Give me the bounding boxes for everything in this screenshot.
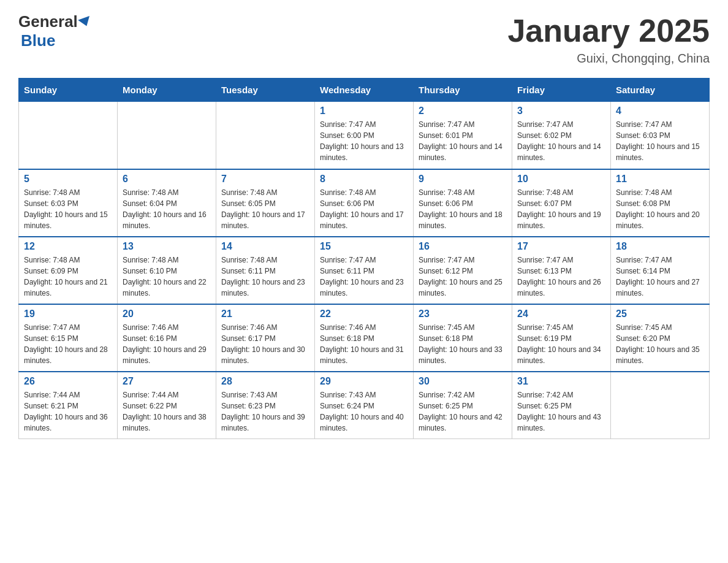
day-info: Sunrise: 7:47 AMSunset: 6:13 PMDaylight:… — [517, 255, 605, 299]
day-info: Sunrise: 7:48 AMSunset: 6:06 PMDaylight:… — [320, 187, 408, 231]
day-cell: 15Sunrise: 7:47 AMSunset: 6:11 PMDayligh… — [315, 237, 414, 304]
day-cell: 28Sunrise: 7:43 AMSunset: 6:23 PMDayligh… — [216, 372, 315, 439]
header-cell-tuesday: Tuesday — [216, 79, 315, 102]
day-cell: 17Sunrise: 7:47 AMSunset: 6:13 PMDayligh… — [512, 237, 611, 304]
day-cell: 18Sunrise: 7:47 AMSunset: 6:14 PMDayligh… — [611, 237, 710, 304]
day-info: Sunrise: 7:47 AMSunset: 6:15 PMDaylight:… — [24, 322, 112, 366]
day-number: 15 — [320, 241, 408, 252]
header-cell-wednesday: Wednesday — [315, 79, 414, 102]
day-info: Sunrise: 7:44 AMSunset: 6:21 PMDaylight:… — [24, 389, 112, 434]
day-info: Sunrise: 7:47 AMSunset: 6:11 PMDaylight:… — [320, 255, 408, 299]
day-cell: 24Sunrise: 7:45 AMSunset: 6:19 PMDayligh… — [512, 304, 611, 372]
day-info: Sunrise: 7:48 AMSunset: 6:09 PMDaylight:… — [24, 255, 112, 299]
day-cell: 6Sunrise: 7:48 AMSunset: 6:04 PMDaylight… — [118, 169, 216, 237]
day-number: 16 — [419, 241, 507, 252]
day-cell — [611, 372, 710, 439]
day-number: 31 — [517, 376, 605, 387]
header-row: SundayMondayTuesdayWednesdayThursdayFrid… — [19, 79, 710, 102]
day-number: 21 — [221, 308, 309, 320]
day-info: Sunrise: 7:48 AMSunset: 6:07 PMDaylight:… — [517, 187, 605, 231]
calendar-table: SundayMondayTuesdayWednesdayThursdayFrid… — [18, 78, 710, 439]
day-number: 28 — [221, 376, 309, 387]
day-cell: 19Sunrise: 7:47 AMSunset: 6:15 PMDayligh… — [19, 304, 118, 372]
day-info: Sunrise: 7:43 AMSunset: 6:24 PMDaylight:… — [320, 389, 408, 434]
day-info: Sunrise: 7:47 AMSunset: 6:03 PMDaylight:… — [616, 119, 704, 163]
day-info: Sunrise: 7:44 AMSunset: 6:22 PMDaylight:… — [123, 389, 211, 434]
day-info: Sunrise: 7:48 AMSunset: 6:10 PMDaylight:… — [123, 255, 211, 299]
day-info: Sunrise: 7:48 AMSunset: 6:05 PMDaylight:… — [221, 187, 309, 231]
logo: General Blue — [18, 12, 91, 50]
day-cell: 22Sunrise: 7:46 AMSunset: 6:18 PMDayligh… — [315, 304, 414, 372]
day-info: Sunrise: 7:42 AMSunset: 6:25 PMDaylight:… — [517, 389, 605, 434]
logo-general-text: General — [18, 12, 78, 31]
header-cell-saturday: Saturday — [611, 79, 710, 102]
day-info: Sunrise: 7:47 AMSunset: 6:14 PMDaylight:… — [616, 255, 704, 299]
week-row-5: 26Sunrise: 7:44 AMSunset: 6:21 PMDayligh… — [19, 372, 710, 439]
day-info: Sunrise: 7:45 AMSunset: 6:20 PMDaylight:… — [616, 322, 704, 366]
logo-blue-word: Blue — [21, 31, 55, 50]
header-cell-thursday: Thursday — [414, 79, 512, 102]
day-number: 29 — [320, 376, 408, 387]
day-info: Sunrise: 7:48 AMSunset: 6:04 PMDaylight:… — [123, 187, 211, 231]
header-cell-monday: Monday — [118, 79, 216, 102]
day-info: Sunrise: 7:48 AMSunset: 6:11 PMDaylight:… — [221, 255, 309, 299]
day-cell: 7Sunrise: 7:48 AMSunset: 6:05 PMDaylight… — [216, 169, 315, 237]
day-cell: 12Sunrise: 7:48 AMSunset: 6:09 PMDayligh… — [19, 237, 118, 304]
day-cell: 9Sunrise: 7:48 AMSunset: 6:06 PMDaylight… — [414, 169, 512, 237]
day-cell — [216, 102, 315, 169]
day-number: 26 — [24, 376, 112, 387]
day-cell: 27Sunrise: 7:44 AMSunset: 6:22 PMDayligh… — [118, 372, 216, 439]
day-number: 20 — [123, 308, 211, 320]
day-cell: 3Sunrise: 7:47 AMSunset: 6:02 PMDaylight… — [512, 102, 611, 169]
day-number: 6 — [123, 174, 211, 185]
day-cell: 2Sunrise: 7:47 AMSunset: 6:01 PMDaylight… — [414, 102, 512, 169]
day-info: Sunrise: 7:47 AMSunset: 6:00 PMDaylight:… — [320, 119, 408, 163]
day-number: 1 — [320, 105, 408, 117]
day-cell: 8Sunrise: 7:48 AMSunset: 6:06 PMDaylight… — [315, 169, 414, 237]
week-row-2: 5Sunrise: 7:48 AMSunset: 6:03 PMDaylight… — [19, 169, 710, 237]
day-number: 25 — [616, 308, 704, 320]
day-info: Sunrise: 7:45 AMSunset: 6:19 PMDaylight:… — [517, 322, 605, 366]
day-number: 24 — [517, 308, 605, 320]
day-cell — [19, 102, 118, 169]
logo-triangle-icon — [78, 16, 93, 28]
day-cell: 20Sunrise: 7:46 AMSunset: 6:16 PMDayligh… — [118, 304, 216, 372]
day-info: Sunrise: 7:47 AMSunset: 6:02 PMDaylight:… — [517, 119, 605, 163]
day-number: 19 — [24, 308, 112, 320]
day-number: 17 — [517, 241, 605, 252]
title-area: January 2025 Guixi, Chongqing, China — [507, 12, 710, 66]
day-number: 9 — [419, 174, 507, 185]
day-number: 2 — [419, 105, 507, 117]
day-number: 7 — [221, 174, 309, 185]
day-cell: 14Sunrise: 7:48 AMSunset: 6:11 PMDayligh… — [216, 237, 315, 304]
day-cell: 11Sunrise: 7:48 AMSunset: 6:08 PMDayligh… — [611, 169, 710, 237]
day-info: Sunrise: 7:42 AMSunset: 6:25 PMDaylight:… — [419, 389, 507, 434]
day-number: 4 — [616, 105, 704, 117]
day-cell: 5Sunrise: 7:48 AMSunset: 6:03 PMDaylight… — [19, 169, 118, 237]
week-row-3: 12Sunrise: 7:48 AMSunset: 6:09 PMDayligh… — [19, 237, 710, 304]
day-number: 30 — [419, 376, 507, 387]
day-cell: 31Sunrise: 7:42 AMSunset: 6:25 PMDayligh… — [512, 372, 611, 439]
page-header: General Blue January 2025 Guixi, Chongqi… — [18, 12, 710, 66]
header-cell-friday: Friday — [512, 79, 611, 102]
header-cell-sunday: Sunday — [19, 79, 118, 102]
day-cell — [118, 102, 216, 169]
week-row-4: 19Sunrise: 7:47 AMSunset: 6:15 PMDayligh… — [19, 304, 710, 372]
day-number: 14 — [221, 241, 309, 252]
day-info: Sunrise: 7:47 AMSunset: 6:12 PMDaylight:… — [419, 255, 507, 299]
day-cell: 29Sunrise: 7:43 AMSunset: 6:24 PMDayligh… — [315, 372, 414, 439]
day-number: 5 — [24, 174, 112, 185]
day-number: 27 — [123, 376, 211, 387]
location: Guixi, Chongqing, China — [507, 52, 710, 66]
day-cell: 13Sunrise: 7:48 AMSunset: 6:10 PMDayligh… — [118, 237, 216, 304]
day-number: 3 — [517, 105, 605, 117]
day-cell: 26Sunrise: 7:44 AMSunset: 6:21 PMDayligh… — [19, 372, 118, 439]
day-info: Sunrise: 7:47 AMSunset: 6:01 PMDaylight:… — [419, 119, 507, 163]
week-row-1: 1Sunrise: 7:47 AMSunset: 6:00 PMDaylight… — [19, 102, 710, 169]
day-info: Sunrise: 7:45 AMSunset: 6:18 PMDaylight:… — [419, 322, 507, 366]
day-number: 22 — [320, 308, 408, 320]
day-number: 18 — [616, 241, 704, 252]
day-number: 23 — [419, 308, 507, 320]
day-info: Sunrise: 7:48 AMSunset: 6:08 PMDaylight:… — [616, 187, 704, 231]
day-number: 11 — [616, 174, 704, 185]
